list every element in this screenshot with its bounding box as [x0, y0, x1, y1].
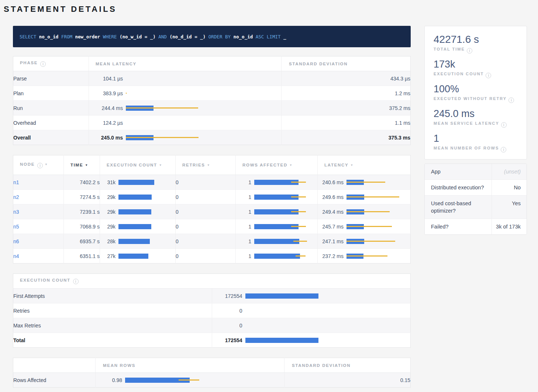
- stddev-whisker: [126, 107, 198, 109]
- count-cell: 172554: [212, 289, 411, 303]
- latency-cell: 237.2 ms: [318, 249, 410, 263]
- node-link-n2[interactable]: n2: [13, 194, 19, 200]
- bar-track: [346, 195, 402, 200]
- phase-table-row: Overhead124.2 µs1.1 ms: [13, 116, 411, 130]
- execution-count-value-cell: 0: [212, 318, 411, 333]
- node-table-row: n57068.9 s29k01245.7 ms: [13, 219, 411, 234]
- info-icon[interactable]: i: [501, 147, 506, 152]
- node-link-n5[interactable]: n5: [13, 224, 19, 230]
- latency: 249.4 ms: [318, 204, 411, 219]
- stat-label: EXECUTION COUNTi: [434, 72, 518, 78]
- mean-latency-value: 104.1 µs: [89, 76, 123, 82]
- node-link-n6[interactable]: n6: [13, 238, 19, 244]
- attribute-label: Used cost-based optimizer?: [425, 196, 492, 219]
- execution-count: 29k: [100, 190, 176, 204]
- phase-table-row: Plan383.9 µs1.2 ms: [13, 86, 411, 101]
- column-header-latency[interactable]: LATENCY▼: [318, 155, 411, 175]
- column-header-execution-count[interactable]: EXECUTION COUNT▼: [100, 155, 176, 175]
- rows-affected-value: 1: [236, 209, 251, 215]
- stat-value: 100%: [434, 83, 518, 95]
- sql-keyword: ORDER BY: [206, 34, 231, 39]
- info-icon[interactable]: i: [40, 61, 46, 67]
- stat-value: 173k: [434, 58, 518, 70]
- phase-column-header: PHASEi: [13, 56, 89, 71]
- execution-count: 29k: [100, 204, 176, 219]
- statement-details-page: STATEMENT DETAILS SELECT no_o_id FROM ne…: [0, 0, 538, 392]
- count-value: 0: [212, 323, 242, 329]
- rows-affected: 1: [236, 249, 318, 264]
- column-header-node[interactable]: NODEi▼: [13, 155, 64, 175]
- column-header-time[interactable]: TIME▼: [64, 155, 100, 175]
- mean-latency-cell: 245.0 ms: [89, 130, 281, 145]
- column-header-retries[interactable]: RETRIES▼: [176, 155, 236, 175]
- execution-count: 29k: [100, 219, 176, 234]
- stddev-whisker: [346, 241, 395, 242]
- stddev-whisker: [179, 379, 199, 381]
- stat-value: 245.0 ms: [434, 108, 518, 120]
- info-icon[interactable]: i: [508, 97, 514, 103]
- execution-count-value-cell: 172554: [212, 289, 411, 303]
- latency: 249.6 ms: [318, 190, 411, 204]
- mean-latency-cell: 244.4 ms: [89, 101, 281, 115]
- mean-bar: [118, 224, 151, 229]
- stddev-whisker: [346, 211, 390, 212]
- sort-desc-icon: ▼: [289, 164, 293, 167]
- mean-latency: 245.0 ms: [89, 130, 282, 145]
- latency-value: 240.6 ms: [318, 179, 344, 185]
- phase-label: Plan: [13, 86, 89, 101]
- sql-identifier: (no_w_id = _): [117, 34, 155, 39]
- sql-identifier: (no_d_id = _): [167, 34, 206, 39]
- column-header-rows-affected[interactable]: ROWS AFFECTED▼: [236, 155, 318, 175]
- execution-count-cell: 29k: [100, 190, 175, 204]
- info-icon[interactable]: i: [37, 163, 43, 168]
- info-icon[interactable]: i: [467, 48, 472, 54]
- count-value: 0: [212, 308, 242, 314]
- column-header-label: ROWS AFFECTED: [242, 163, 287, 167]
- execution-count-cell: 28k: [100, 234, 175, 248]
- execution-count-table-title: EXECUTION COUNTi: [13, 274, 411, 289]
- mean-bar: [118, 239, 150, 244]
- bar-track: [118, 209, 168, 214]
- statement-attributes-card: App (unset) Distributed execution? No Us…: [424, 164, 527, 235]
- rows-affected-cell: 1: [236, 234, 317, 248]
- bar-track: [125, 378, 203, 383]
- sort-desc-icon: ▼: [207, 164, 211, 167]
- bar-track: [346, 254, 402, 259]
- mean-bar: [118, 195, 152, 200]
- rows-affected-cell: 1: [236, 249, 317, 263]
- stddev-whisker: [291, 196, 306, 197]
- info-icon[interactable]: i: [501, 122, 507, 128]
- latency-cell: 249.4 ms: [318, 204, 410, 219]
- execution-count-title-label: EXECUTION COUNT: [20, 278, 70, 282]
- node-link-n4[interactable]: n4: [13, 253, 19, 259]
- phase-table-row: Overall245.0 ms375.3 ms: [13, 130, 411, 145]
- stddev-whisker: [126, 93, 127, 94]
- latency-value: 249.6 ms: [318, 194, 344, 200]
- stddev-whisker: [346, 226, 392, 227]
- retries-value: 0: [176, 219, 236, 234]
- count-value: 172554: [212, 293, 242, 299]
- standard-deviation-value: 1.1 ms: [282, 116, 411, 130]
- attribute-label: Failed?: [425, 219, 492, 234]
- stat-mean-number-of-rows: 1 MEAN NUMBER OF ROWSi: [434, 133, 518, 152]
- rows-affected-value: 1: [236, 179, 251, 185]
- bar-track: [126, 120, 200, 125]
- sql-keyword: AND: [156, 34, 167, 39]
- mean-latency-cell: 124.2 µs: [89, 116, 281, 130]
- attribute-value: Yes: [492, 196, 527, 219]
- execution-count-value-cell: 0: [212, 303, 411, 318]
- mean-bar: [245, 293, 318, 299]
- info-icon[interactable]: i: [73, 279, 79, 284]
- info-icon[interactable]: i: [486, 73, 491, 78]
- stat-total-time: 42271.6 s TOTAL TIMEi: [434, 34, 518, 54]
- node-link-n1[interactable]: n1: [13, 179, 19, 185]
- bar-track: [118, 180, 168, 185]
- rows-affected-label: Rows Affected: [13, 373, 96, 388]
- summary-sidebar: 42271.6 s TOTAL TIMEi 173k EXECUTION COU…: [424, 26, 527, 235]
- stddev-whisker: [346, 182, 385, 183]
- time-value: 7274.5 s: [64, 190, 100, 204]
- execution-count-value: 29k: [100, 209, 115, 215]
- node-link-n3[interactable]: n3: [13, 209, 19, 215]
- standard-deviation-value: 0.15: [284, 373, 411, 388]
- rows-affected-value: 1: [236, 253, 251, 259]
